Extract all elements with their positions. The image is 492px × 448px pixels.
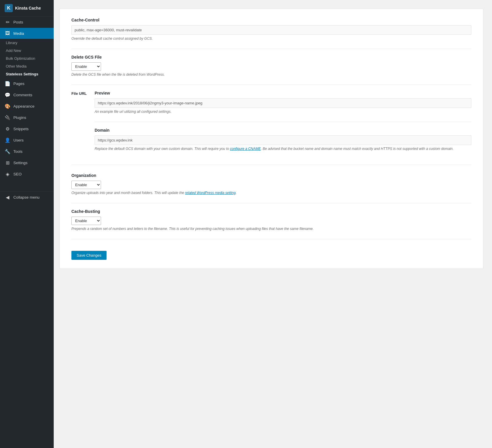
sidebar-item-label: Posts bbox=[13, 20, 23, 24]
cache-busting-title: Cache-Busting bbox=[71, 209, 471, 214]
cache-control-title: Cache-Control bbox=[71, 18, 471, 22]
sidebar-item-settings[interactable]: ⊞ Settings bbox=[0, 157, 54, 168]
cache-busting-section: Cache-Busting Enable Disable Prepends a … bbox=[71, 209, 471, 231]
domain-hint-after: . Be advised that the bucket name and do… bbox=[261, 147, 453, 151]
sidebar: K Kinsta Cache ✏ Posts 🖼 Media Library A… bbox=[0, 0, 54, 448]
file-url-row: File URL Preview An example file url uti… bbox=[71, 85, 471, 165]
preview-section: Preview An example file url utilizing al… bbox=[95, 91, 471, 114]
snippets-icon: ⚙ bbox=[5, 126, 10, 132]
appearance-icon: 🎨 bbox=[5, 104, 10, 109]
brand-label: Kinsta Cache bbox=[15, 6, 41, 10]
sidebar-item-label: Comments bbox=[13, 93, 32, 97]
posts-icon: ✏ bbox=[5, 19, 10, 25]
domain-hint: Replace the default GCS domain with your… bbox=[95, 147, 471, 151]
media-submenu: Library Add New Bulk Optimization Other … bbox=[0, 39, 54, 78]
main-content: Cache-Control Override the default cache… bbox=[54, 0, 492, 448]
preview-hint: An example file url utilizing all config… bbox=[95, 110, 471, 114]
sidebar-item-users[interactable]: 👤 Users bbox=[0, 135, 54, 146]
sidebar-item-label: Plugins bbox=[13, 115, 26, 120]
sidebar-item-plugins[interactable]: 🔌 Plugins bbox=[0, 112, 54, 123]
domain-input[interactable] bbox=[95, 135, 471, 145]
organization-hint-after: . bbox=[236, 191, 237, 195]
media-icon: 🖼 bbox=[5, 31, 10, 36]
file-url-content: Preview An example file url utilizing al… bbox=[95, 91, 471, 159]
submenu-library[interactable]: Library bbox=[0, 39, 54, 47]
sidebar-item-snippets[interactable]: ⚙ Snippets bbox=[0, 123, 54, 135]
organization-section: Organization Enable Disable Organize upl… bbox=[71, 173, 471, 195]
delete-gcs-section: Delete GCS File Enable Disable Delete th… bbox=[71, 55, 471, 77]
sidebar-item-label: SEO bbox=[13, 172, 22, 176]
related-media-setting-link[interactable]: related WordPress media setting bbox=[185, 191, 236, 195]
preview-title: Preview bbox=[95, 91, 471, 95]
organization-select[interactable]: Enable Disable bbox=[71, 181, 101, 189]
configure-cname-link[interactable]: configure a CNAME bbox=[230, 147, 261, 151]
sidebar-item-label: Settings bbox=[13, 161, 28, 165]
delete-gcs-select[interactable]: Enable Disable bbox=[71, 62, 101, 71]
submenu-stateless-settings[interactable]: Stateless Settings bbox=[0, 70, 54, 78]
sidebar-item-tools[interactable]: 🔧 Tools bbox=[0, 146, 54, 157]
sidebar-item-label: Users bbox=[13, 138, 24, 142]
plugins-icon: 🔌 bbox=[5, 115, 10, 120]
sidebar-item-label: Pages bbox=[13, 81, 24, 86]
settings-content: Cache-Control Override the default cache… bbox=[60, 9, 483, 269]
submenu-add-new[interactable]: Add New bbox=[0, 47, 54, 55]
divider-3 bbox=[71, 203, 471, 203]
submenu-other-media[interactable]: Other Media bbox=[0, 62, 54, 70]
pages-icon: 📄 bbox=[5, 81, 10, 86]
seo-icon: ◈ bbox=[5, 171, 10, 177]
sidebar-item-label: Appearance bbox=[13, 104, 35, 108]
divider-4 bbox=[71, 239, 471, 239]
save-button[interactable]: Save Changes bbox=[71, 251, 107, 260]
sidebar-item-appearance[interactable]: 🎨 Appearance bbox=[0, 101, 54, 112]
domain-title: Domain bbox=[95, 128, 471, 133]
sidebar-item-label: Snippets bbox=[13, 127, 29, 131]
sidebar-item-label: Tools bbox=[13, 149, 23, 154]
file-url-label: File URL bbox=[71, 91, 95, 96]
collapse-icon: ◀ bbox=[5, 195, 10, 200]
sidebar-item-media[interactable]: 🖼 Media bbox=[0, 28, 54, 39]
comments-icon: 💬 bbox=[5, 92, 10, 98]
brand[interactable]: K Kinsta Cache bbox=[0, 0, 54, 17]
sidebar-item-seo[interactable]: ◈ SEO bbox=[0, 168, 54, 180]
submenu-bulk-optimization[interactable]: Bulk Optimization bbox=[0, 55, 54, 62]
delete-gcs-hint: Delete the GCS file when the file is del… bbox=[71, 72, 471, 77]
cache-busting-hint: Prepends a random set of numbers and let… bbox=[71, 227, 471, 231]
organization-hint-before: Organize uploads into year and month bas… bbox=[71, 191, 185, 195]
delete-gcs-title: Delete GCS File bbox=[71, 55, 471, 59]
brand-icon: K bbox=[5, 4, 13, 12]
domain-hint-before: Replace the default GCS domain with your… bbox=[95, 147, 230, 151]
preview-input bbox=[95, 98, 471, 108]
divider-1 bbox=[71, 49, 471, 49]
domain-section: Domain Replace the default GCS domain wi… bbox=[95, 128, 471, 151]
active-arrow bbox=[47, 31, 49, 36]
cache-control-input[interactable] bbox=[71, 25, 471, 35]
settings-icon: ⊞ bbox=[5, 160, 10, 166]
users-icon: 👤 bbox=[5, 137, 10, 143]
tools-icon: 🔧 bbox=[5, 149, 10, 154]
sidebar-item-comments[interactable]: 💬 Comments bbox=[0, 89, 54, 101]
divider-2 bbox=[95, 122, 471, 122]
cache-control-hint: Override the default cache control assig… bbox=[71, 37, 471, 41]
organization-title: Organization bbox=[71, 173, 471, 178]
sidebar-item-label: Media bbox=[13, 31, 24, 36]
cache-busting-select[interactable]: Enable Disable bbox=[71, 217, 101, 225]
collapse-menu[interactable]: ◀ Collapse menu bbox=[0, 191, 54, 203]
cache-control-section: Cache-Control Override the default cache… bbox=[71, 18, 471, 41]
organization-hint: Organize uploads into year and month bas… bbox=[71, 191, 471, 195]
sidebar-item-posts[interactable]: ✏ Posts bbox=[0, 17, 54, 28]
collapse-label: Collapse menu bbox=[13, 195, 39, 199]
sidebar-item-pages[interactable]: 📄 Pages bbox=[0, 78, 54, 89]
